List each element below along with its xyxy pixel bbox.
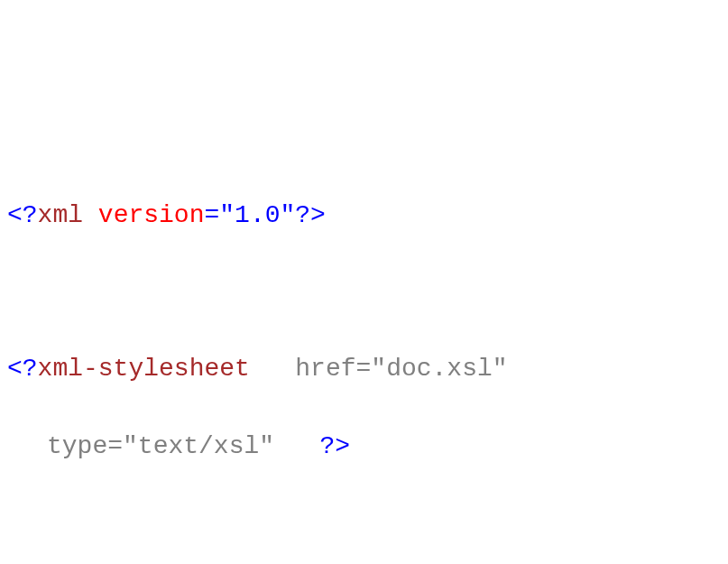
blank-line bbox=[7, 505, 721, 543]
quote: " bbox=[371, 355, 386, 383]
attr-value: 1.0 bbox=[235, 201, 280, 229]
quote: " bbox=[123, 432, 138, 460]
attr-value: doc.xsl bbox=[386, 355, 493, 383]
gap bbox=[274, 432, 319, 460]
attr-name: href bbox=[295, 355, 355, 383]
pi-open: <? bbox=[7, 355, 38, 383]
pi-target: xml-stylesheet bbox=[38, 355, 250, 383]
pi-close: ?> bbox=[295, 201, 326, 229]
xml-stylesheet-pi: <?xml-stylesheet href="doc.xsl" bbox=[7, 350, 721, 388]
pi-close: ?> bbox=[320, 432, 351, 460]
code-block: <?xml version="1.0"?> <?xml-stylesheet h… bbox=[7, 159, 721, 564]
pi-open: <? bbox=[7, 201, 38, 229]
pi-target: xml bbox=[38, 201, 83, 229]
xml-stylesheet-pi-cont: type="text/xsl" ?> bbox=[7, 428, 721, 466]
attr-value: text/xsl bbox=[138, 432, 259, 460]
equals: = bbox=[107, 432, 123, 460]
attr-name: version bbox=[83, 201, 204, 229]
attr-name: type bbox=[47, 432, 107, 460]
quote: " bbox=[493, 355, 508, 383]
quote: " bbox=[281, 201, 296, 229]
quote: " bbox=[259, 432, 274, 460]
equals: = bbox=[356, 355, 372, 383]
quote: " bbox=[219, 201, 235, 229]
gap bbox=[250, 355, 295, 383]
equals: = bbox=[204, 201, 219, 229]
blank-line bbox=[7, 274, 721, 312]
xml-declaration: <?xml version="1.0"?> bbox=[7, 197, 721, 235]
